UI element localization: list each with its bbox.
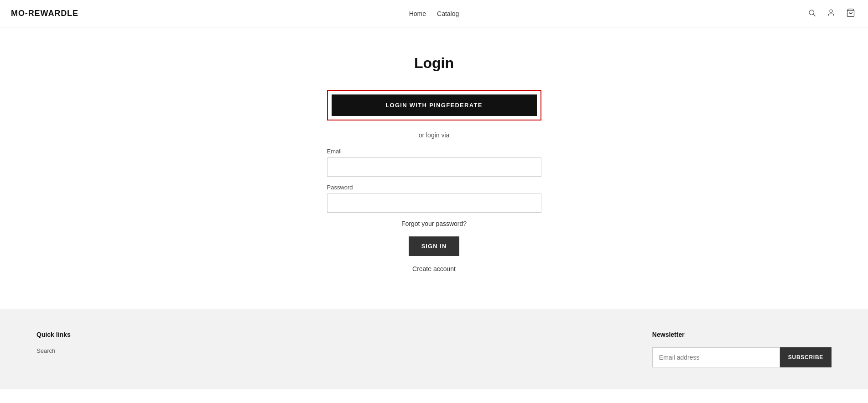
subscribe-button[interactable]: SUBSCRIBE: [780, 347, 832, 367]
password-input[interactable]: [327, 194, 541, 213]
newsletter-section: Newsletter SUBSCRIBE: [652, 331, 832, 367]
person-icon: [827, 9, 835, 17]
quick-links-section: Quick links Search: [36, 331, 71, 367]
header-icons: [806, 6, 857, 21]
email-label: Email: [327, 148, 541, 155]
search-button[interactable]: [806, 7, 818, 21]
svg-point-0: [809, 10, 814, 15]
nav-catalog[interactable]: Catalog: [437, 10, 459, 17]
cart-icon: [846, 8, 855, 17]
create-account-link[interactable]: Create account: [412, 265, 456, 272]
email-input[interactable]: [327, 157, 541, 177]
newsletter-form: SUBSCRIBE: [652, 347, 832, 367]
pingfederate-wrapper: LOGIN WITH PINGFEDERATE: [327, 90, 541, 120]
page-title: Login: [414, 55, 454, 72]
newsletter-title: Newsletter: [652, 331, 832, 338]
forgot-password-link[interactable]: Forgot your password?: [401, 220, 467, 227]
svg-line-1: [813, 14, 815, 16]
main-content: Login LOGIN WITH PINGFEDERATE or login v…: [0, 27, 868, 309]
main-nav: Home Catalog: [409, 10, 459, 17]
password-group: Password: [327, 184, 541, 213]
footer-search-link[interactable]: Search: [36, 347, 71, 354]
cart-button[interactable]: [844, 6, 857, 21]
email-group: Email: [327, 148, 541, 177]
newsletter-email-input[interactable]: [652, 347, 780, 367]
sign-in-button[interactable]: SIGN IN: [409, 236, 460, 256]
nav-home[interactable]: Home: [409, 10, 426, 17]
login-form-container: LOGIN WITH PINGFEDERATE or login via Ema…: [327, 90, 541, 272]
or-login-via-text: or login via: [419, 131, 450, 139]
password-label: Password: [327, 184, 541, 191]
pingfederate-button[interactable]: LOGIN WITH PINGFEDERATE: [332, 94, 537, 116]
brand-logo: MO-REWARDLE: [11, 9, 78, 18]
site-header: MO-REWARDLE Home Catalog: [0, 0, 868, 27]
svg-point-2: [830, 10, 832, 12]
search-icon: [808, 9, 816, 17]
quick-links-title: Quick links: [36, 331, 71, 338]
login-button[interactable]: [825, 7, 837, 21]
site-footer: Quick links Search Newsletter SUBSCRIBE: [0, 309, 868, 389]
